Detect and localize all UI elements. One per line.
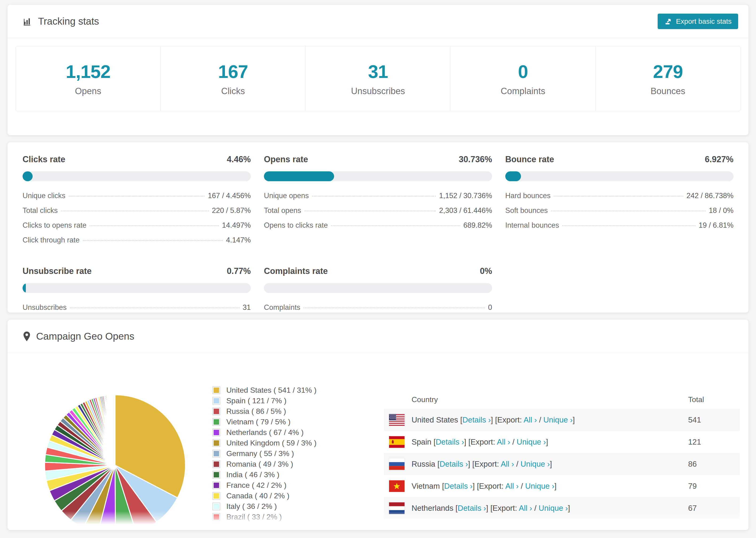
legend-swatch (212, 460, 220, 468)
legend-item-vietnam[interactable]: Vietnam ( 79 / 5% ) (212, 418, 316, 426)
nl-flag-icon (389, 502, 405, 514)
stat-value: 167 (218, 61, 248, 82)
dotted-leader (331, 225, 460, 226)
geo-table: Country Total United States [Details ›] … (384, 390, 740, 530)
details-link[interactable]: Details › (440, 459, 468, 468)
legend-item-united-kingdom[interactable]: United Kingdom ( 59 / 3% ) (212, 439, 316, 447)
export-unique-link[interactable]: Unique › (543, 415, 573, 424)
legend-label: Brazil ( 33 / 2% ) (226, 512, 282, 521)
legend-swatch (212, 503, 220, 510)
geo-table-header-country: Country (384, 395, 688, 404)
geo-opens-title: Campaign Geo Opens (23, 331, 134, 342)
details-link[interactable]: Details › (458, 504, 486, 512)
rate-row-unique-opens: Unique opens1,152 / 30.736% (264, 191, 492, 200)
details-link[interactable]: Details › (471, 526, 499, 530)
details-link[interactable]: Details › (462, 415, 491, 424)
geo-pie-legend: United States ( 541 / 31% )Spain ( 121 /… (212, 386, 316, 530)
legend-swatch (212, 492, 220, 500)
country-name: Russia (411, 459, 435, 468)
export-all-link[interactable]: All › (532, 526, 546, 530)
tracking-stats-title-text: Tracking stats (38, 16, 99, 27)
rate-row-label: Unsubscribes (23, 303, 67, 312)
export-icon (664, 17, 672, 26)
link-separator: / (512, 438, 514, 446)
export-all-link[interactable]: All › (501, 459, 514, 468)
rate-row-label: Click through rate (23, 236, 80, 244)
rate-row-value: 1,152 / 30.736% (439, 191, 492, 200)
dotted-leader (551, 211, 706, 211)
rate-title: Opens rate (264, 154, 308, 164)
export-all-link[interactable]: All › (497, 438, 510, 446)
export-unique-link[interactable]: Unique › (517, 438, 546, 446)
legend-label: France ( 42 / 2% ) (226, 481, 287, 490)
rate-row-click-through-rate: Click through rate4.147% (23, 236, 251, 244)
legend-label: Russia ( 86 / 5% ) (226, 407, 286, 416)
legend-item-united-states[interactable]: United States ( 541 / 31% ) (212, 386, 316, 395)
country-links: United States [Details ›] [Export: All ›… (411, 415, 575, 424)
legend-swatch (212, 386, 220, 394)
export-prefix: Export: (479, 482, 504, 490)
country-total: 86 (688, 459, 740, 468)
details-link[interactable]: Details › (444, 482, 473, 490)
legend-item-germany[interactable]: Germany ( 55 / 3% ) (212, 449, 316, 458)
rate-row-total-opens: Total opens2,303 / 61.446% (264, 206, 492, 215)
rate-progress-bar (23, 171, 251, 181)
export-all-link[interactable]: All › (523, 415, 537, 424)
legend-label: Germany ( 55 / 3% ) (226, 449, 294, 458)
geo-table-row-united-states: United States [Details ›] [Export: All ›… (384, 409, 740, 431)
rates-card: Clicks rate4.46%Unique clicks167 / 4.456… (8, 142, 748, 313)
rate-block-opens-rate: Opens rate30.736%Unique opens1,152 / 30.… (264, 154, 492, 251)
legend-item-romania[interactable]: Romania ( 49 / 3% ) (212, 460, 316, 468)
stat-label: Opens (75, 86, 101, 96)
ru-flag-icon (389, 458, 405, 470)
stat-value: 1,152 (66, 61, 110, 82)
rate-row-label: Total clicks (23, 206, 58, 215)
legend-item-brazil[interactable]: Brazil ( 33 / 2% ) (212, 512, 316, 521)
rate-progress-bar (264, 171, 492, 181)
legend-item-italy[interactable]: Italy ( 36 / 2% ) (212, 502, 316, 511)
legend-item-spain[interactable]: Spain ( 121 / 7% ) (212, 397, 316, 405)
country-links: Vietnam [Details ›] [Export: All › / Uni… (411, 482, 557, 491)
legend-item-canada[interactable]: Canada ( 40 / 2% ) (212, 492, 316, 500)
legend-item-russia[interactable]: Russia ( 86 / 5% ) (212, 407, 316, 416)
rate-row-label: Hard bounces (505, 191, 551, 200)
country-total: 79 (688, 482, 740, 491)
rate-percent: 30.736% (459, 154, 492, 164)
country-name: United Kingdom (411, 526, 467, 530)
legend-item-south-africa[interactable]: South Africa ( 29 / 2% ) (212, 523, 316, 530)
gb-flag-icon (389, 524, 405, 530)
dotted-leader (554, 196, 683, 196)
rate-progress-bar (505, 171, 733, 181)
export-unique-link[interactable]: Unique › (525, 482, 555, 490)
dotted-leader (303, 307, 485, 308)
export-unique-link[interactable]: Unique › (539, 504, 568, 512)
export-unique-link[interactable]: Unique › (520, 459, 550, 468)
geo-opens-body: United States ( 541 / 31% )Spain ( 121 /… (8, 353, 748, 530)
export-button-label: Export basic stats (676, 17, 731, 26)
rate-row-label: Total opens (264, 206, 301, 215)
export-all-link[interactable]: All › (505, 482, 519, 490)
country-links: Russia [Details ›] [Export: All › / Uniq… (411, 459, 552, 468)
export-all-link[interactable]: All › (519, 504, 532, 512)
legend-item-france[interactable]: France ( 42 / 2% ) (212, 481, 316, 490)
rate-percent: 0% (480, 266, 492, 276)
legend-swatch (212, 418, 220, 426)
legend-label: Romania ( 49 / 3% ) (226, 460, 293, 468)
legend-label: Spain ( 121 / 7% ) (226, 397, 287, 405)
rate-percent: 4.46% (227, 154, 251, 164)
legend-label: United States ( 541 / 31% ) (226, 386, 316, 395)
tracking-stats-card: Tracking stats Export basic stats 1,152O… (8, 5, 748, 135)
country-total: 541 (688, 415, 740, 424)
legend-swatch (212, 450, 220, 457)
details-link[interactable]: Details › (436, 438, 464, 446)
dotted-leader (312, 196, 436, 196)
export-unique-link[interactable]: Unique › (552, 526, 581, 530)
rate-title: Bounce rate (505, 154, 554, 164)
rate-row-label: Unique opens (264, 191, 309, 200)
legend-item-netherlands[interactable]: Netherlands ( 67 / 4% ) (212, 428, 316, 437)
rate-title: Unsubscribe rate (23, 266, 91, 276)
geo-table-row-netherlands: Netherlands [Details ›] [Export: All › /… (384, 497, 740, 519)
export-prefix: Export: (474, 459, 499, 468)
legend-item-india[interactable]: India ( 46 / 3% ) (212, 470, 316, 479)
export-basic-stats-button[interactable]: Export basic stats (658, 14, 738, 29)
